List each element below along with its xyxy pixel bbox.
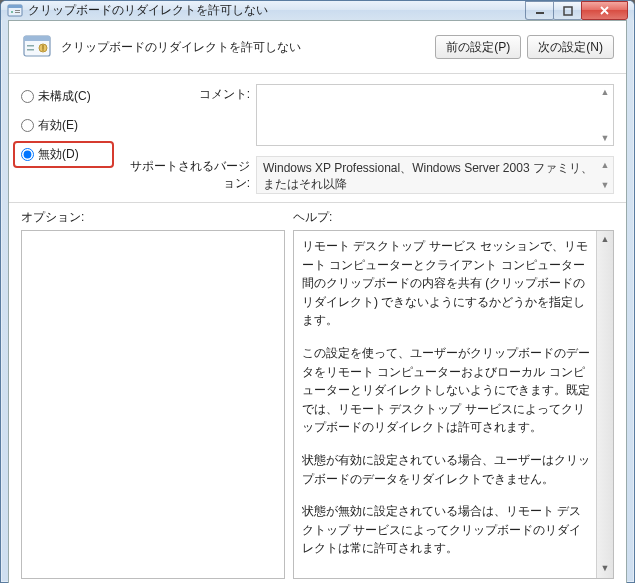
state-radios: 未構成(C) 有効(E) 無効(D) <box>21 84 106 194</box>
radio-disabled[interactable]: 無効(D) <box>13 141 114 168</box>
policy-icon <box>21 31 53 63</box>
svg-rect-1 <box>8 5 22 8</box>
scroll-up-icon: ▲ <box>599 159 611 171</box>
panes-row: リモート デスクトップ サービス セッションで、リモート コンピューターとクライ… <box>9 230 626 583</box>
svg-rect-9 <box>27 45 34 47</box>
radio-not-configured-input[interactable] <box>21 90 34 103</box>
comment-row: コメント: ▲ ▼ <box>120 84 614 146</box>
dialog-window: クリップボードのリダイレクトを許可しない クリップボードのリダイレクトを許可しな… <box>0 0 635 583</box>
options-label: オプション: <box>21 209 293 226</box>
help-label: ヘルプ: <box>293 209 614 226</box>
help-paragraph: リモート デスクトップ サービス セッションで、リモート コンピューターとクライ… <box>302 237 593 330</box>
supported-label: サポートされるバージョン: <box>120 156 250 194</box>
scroll-up-icon[interactable]: ▲ <box>597 231 613 248</box>
supported-row: サポートされるバージョン: Windows XP Professional、Wi… <box>120 156 614 194</box>
maximize-button[interactable] <box>553 1 582 20</box>
window-title: クリップボードのリダイレクトを許可しない <box>28 2 526 19</box>
previous-setting-button[interactable]: 前の設定(P) <box>435 35 521 59</box>
comment-label: コメント: <box>120 84 250 146</box>
radio-enabled[interactable]: 有効(E) <box>21 117 106 134</box>
comment-textarea[interactable]: ▲ ▼ <box>256 84 614 146</box>
svg-rect-8 <box>24 36 50 41</box>
svg-rect-4 <box>15 12 20 13</box>
radio-not-configured[interactable]: 未構成(C) <box>21 88 106 105</box>
app-icon <box>7 3 23 19</box>
svg-rect-3 <box>15 10 20 11</box>
svg-point-13 <box>42 49 44 51</box>
pane-labels: オプション: ヘルプ: <box>9 203 626 230</box>
titlebar[interactable]: クリップボードのリダイレクトを許可しない <box>1 1 634 20</box>
svg-point-2 <box>11 11 13 13</box>
supported-text-value: Windows XP Professional、Windows Server 2… <box>263 161 593 191</box>
supported-text: Windows XP Professional、Windows Server 2… <box>256 156 614 194</box>
minimize-button[interactable] <box>525 1 554 20</box>
radio-enabled-input[interactable] <box>21 119 34 132</box>
header-row: クリップボードのリダイレクトを許可しない 前の設定(P) 次の設定(N) <box>9 21 626 74</box>
scroll-up-icon[interactable]: ▲ <box>599 87 611 97</box>
svg-rect-12 <box>42 45 44 49</box>
radio-not-configured-label: 未構成(C) <box>38 88 91 105</box>
help-paragraph: この設定を使って、ユーザーがクリップボードのデータをリモート コンピューターおよ… <box>302 344 593 437</box>
radio-disabled-label: 無効(D) <box>38 146 79 163</box>
policy-title: クリップボードのリダイレクトを許可しない <box>61 39 429 56</box>
svg-rect-5 <box>536 12 544 14</box>
radio-enabled-label: 有効(E) <box>38 117 78 134</box>
help-paragraph: 状態が無効に設定されている場合は、リモート デスクトップ サービスによってクリッ… <box>302 502 593 558</box>
config-section: 未構成(C) 有効(E) 無効(D) コメント: ▲ ▼ <box>9 74 626 203</box>
window-controls <box>526 1 628 20</box>
svg-rect-6 <box>564 7 572 15</box>
svg-rect-10 <box>27 49 34 51</box>
scroll-down-icon[interactable]: ▼ <box>599 133 611 143</box>
scroll-down-icon[interactable]: ▼ <box>597 561 613 578</box>
help-scrollbar[interactable]: ▲ ▼ <box>596 231 613 578</box>
options-pane <box>21 230 285 579</box>
config-right-column: コメント: ▲ ▼ サポートされるバージョン: Windows XP Profe… <box>120 84 614 194</box>
client-area: クリップボードのリダイレクトを許可しない 前の設定(P) 次の設定(N) 未構成… <box>8 20 627 583</box>
radio-disabled-input[interactable] <box>21 148 34 161</box>
close-button[interactable] <box>581 1 628 20</box>
help-pane: リモート デスクトップ サービス セッションで、リモート コンピューターとクライ… <box>293 230 614 579</box>
next-setting-button[interactable]: 次の設定(N) <box>527 35 614 59</box>
scroll-down-icon: ▼ <box>599 179 611 191</box>
help-paragraph: 状態が有効に設定されている場合、ユーザーはクリップボードのデータをリダイレクトで… <box>302 451 593 488</box>
